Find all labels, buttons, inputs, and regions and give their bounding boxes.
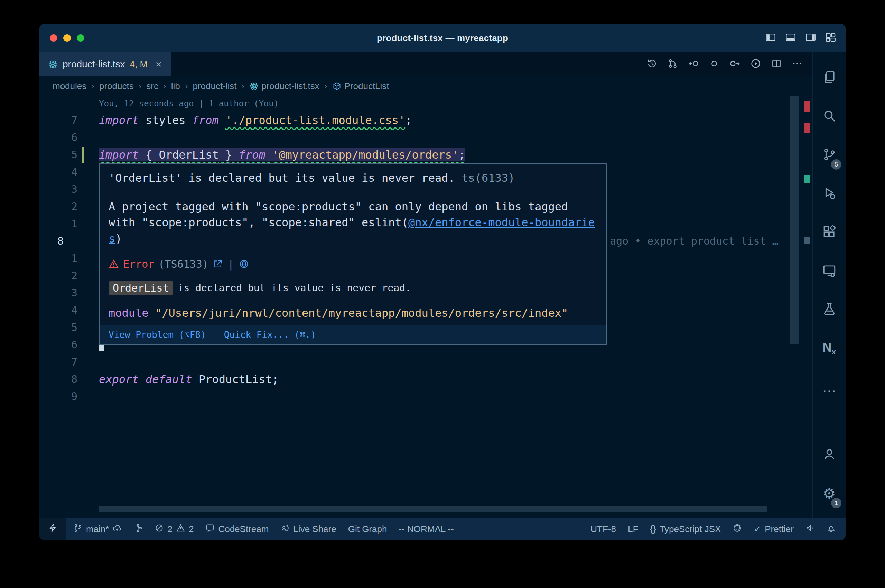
run-file-icon[interactable] (750, 58, 761, 70)
activity-settings[interactable]: ⚙1 (813, 474, 846, 513)
horizontal-scrollbar-thumb[interactable] (99, 506, 768, 512)
activity-nx-console[interactable]: Nx (813, 329, 846, 368)
quick-fix-button[interactable]: Quick Fix... (⌘.) (224, 330, 316, 340)
zoom-window-button[interactable] (77, 34, 84, 42)
overview-error-mark (804, 101, 810, 112)
hover-actions-row: View Problem (⌥F8) Quick Fix... (⌘.) (99, 325, 606, 344)
minimize-window-button[interactable] (63, 34, 71, 42)
tab-label: product-list.tsx (63, 59, 125, 70)
close-tab-icon[interactable]: × (156, 58, 162, 70)
commit-graph-button[interactable] (134, 524, 143, 535)
remote-screen-icon (822, 263, 837, 279)
bell-icon (826, 524, 836, 535)
breadcrumb-symbol[interactable]: ProductList (332, 81, 389, 92)
flask-icon (822, 302, 837, 318)
vertical-scrollbar-thumb[interactable] (790, 96, 799, 344)
activity-bar: 5 Nx … ⚙1 (812, 52, 846, 518)
git-compare-icon[interactable] (667, 58, 678, 70)
braces-icon: {} (650, 524, 656, 534)
prettier-status[interactable]: ✓Prettier (754, 524, 794, 534)
hover-detail-row: OrderListis declared but its value is ne… (99, 275, 606, 301)
warning-triangle-icon (108, 259, 119, 269)
git-branch-status[interactable]: main* (73, 524, 122, 535)
breadcrumb-modules[interactable]: modules (53, 81, 86, 92)
encoding-status[interactable]: UTF-8 (591, 524, 616, 534)
next-change-icon[interactable] (729, 58, 741, 70)
globe-icon[interactable] (239, 259, 249, 269)
chevron-right-icon: › (185, 81, 188, 92)
breadcrumb-file[interactable]: product-list.tsx (249, 81, 319, 92)
code-row: 5import { OrderList } from '@myreactapp/… (39, 146, 812, 164)
chevron-right-icon: › (91, 81, 95, 92)
activity-testing[interactable] (813, 291, 846, 329)
notifications-status[interactable] (826, 524, 836, 535)
code-line-3[interactable]: import { OrderList } from '@myreactapp/m… (99, 146, 465, 164)
cloud-upload-icon (112, 524, 122, 535)
feedback-status[interactable] (805, 524, 815, 535)
activity-search[interactable] (813, 97, 846, 136)
symbol-chip: OrderList (108, 281, 173, 295)
overview-error-mark (804, 123, 810, 133)
activity-explorer[interactable] (813, 58, 846, 97)
code-editor[interactable]: You, 12 seconds ago | 1 author (You) 7im… (39, 96, 812, 518)
git-branch-icon (73, 524, 83, 535)
git-graph-status[interactable]: Git Graph (348, 524, 387, 534)
inline-blame-text: ago • export product list … (610, 232, 778, 250)
code-line-16[interactable]: export default ProductList; (99, 371, 279, 388)
overview-change-mark (804, 175, 810, 183)
error-circle-icon (155, 524, 164, 535)
vim-mode-indicator[interactable]: -- NORMAL -- (398, 524, 454, 534)
codelens-blame[interactable]: You, 12 seconds ago | 1 author (You) (39, 96, 812, 112)
toggle-panel-icon[interactable] (785, 32, 796, 45)
remote-indicator[interactable] (39, 518, 66, 540)
live-share-status[interactable]: Live Share (280, 524, 336, 535)
account-person-icon (822, 447, 837, 463)
more-views-ellipsis-icon: … (822, 380, 837, 394)
activity-accounts[interactable] (813, 436, 846, 474)
activity-run-debug[interactable] (813, 174, 846, 213)
code-row: 7 (39, 353, 812, 371)
commit-graph-icon (134, 524, 143, 535)
tab-product-list[interactable]: product-list.tsx 4, M × (39, 52, 171, 76)
timeline-history-icon[interactable] (646, 58, 658, 70)
code-row: 8export default ProductList; (39, 371, 812, 388)
toggle-sidebar-left-icon[interactable] (765, 32, 777, 45)
status-bar: main* 2 2 CodeStream Live Share Git Grap… (39, 518, 846, 540)
symbol-cube-icon (332, 81, 341, 91)
chevron-right-icon: › (139, 81, 142, 92)
code-line-1[interactable]: import styles from './product-list.modul… (99, 112, 412, 129)
breadcrumb-src[interactable]: src (146, 81, 158, 92)
breadcrumb: modules › products › src › lib › product… (39, 76, 812, 96)
github-status[interactable] (733, 524, 742, 535)
breadcrumb-product-list-dir[interactable]: product-list (192, 81, 236, 92)
activity-extensions[interactable] (813, 213, 846, 252)
breadcrumb-products[interactable]: products (99, 81, 134, 92)
activity-source-control[interactable]: 5 (813, 136, 846, 174)
problems-status[interactable]: 2 2 (155, 524, 194, 535)
activity-remote-explorer[interactable] (813, 252, 846, 291)
close-window-button[interactable] (50, 34, 57, 42)
hover-diagnostic-message: 'OrderList' is declared but its value is… (99, 164, 606, 192)
live-share-icon (280, 524, 290, 535)
previous-change-icon[interactable] (688, 58, 699, 70)
split-editor-icon[interactable] (771, 58, 782, 70)
codestream-icon (205, 524, 215, 535)
toggle-sidebar-right-icon[interactable] (805, 32, 817, 45)
react-file-icon (249, 81, 258, 91)
more-actions-icon[interactable] (792, 58, 803, 70)
zap-icon (48, 524, 57, 535)
breadcrumb-lib[interactable]: lib (171, 81, 180, 92)
open-changes-icon[interactable] (709, 58, 720, 70)
git-change-gutter-bar (81, 147, 84, 163)
open-docs-external-icon[interactable] (213, 259, 223, 269)
view-problem-button[interactable]: View Problem (⌥F8) (108, 330, 206, 340)
codestream-status[interactable]: CodeStream (205, 524, 269, 535)
chevron-right-icon: › (324, 81, 328, 92)
customize-layout-icon[interactable] (825, 32, 837, 45)
title-bar: product-list.tsx — myreactapp (39, 24, 846, 52)
tab-bar: product-list.tsx 4, M × (39, 52, 812, 76)
hover-resize-handle[interactable] (99, 345, 104, 351)
eol-status[interactable]: LF (628, 524, 638, 534)
language-mode-status[interactable]: {}TypeScript JSX (650, 524, 721, 534)
activity-more-views[interactable]: … (813, 368, 846, 406)
